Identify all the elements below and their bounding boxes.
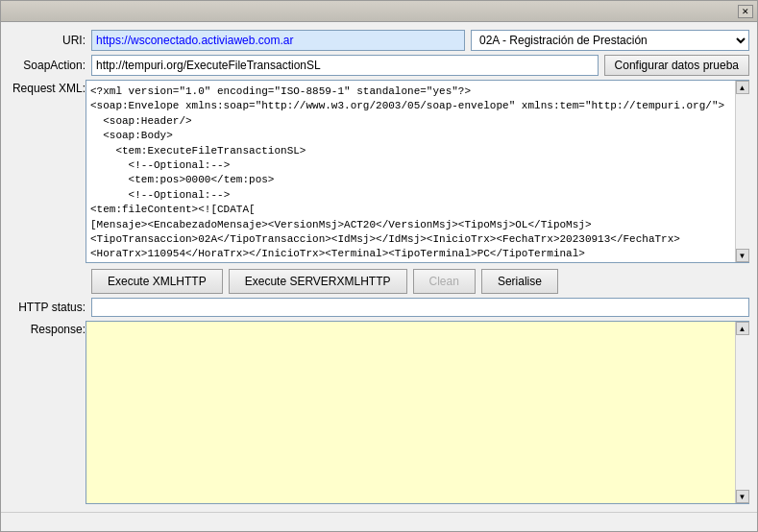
title-bar: ✕ [1, 1, 757, 22]
execute-xmlhttp-button[interactable]: Execute XMLHTTP [91, 269, 223, 294]
response-scrollbar: ▲ ▼ [735, 322, 748, 503]
response-scroll-down-arrow[interactable]: ▼ [736, 490, 749, 503]
close-icon: ✕ [742, 7, 749, 16]
uri-input[interactable] [91, 30, 465, 51]
xml-textarea[interactable] [86, 81, 748, 262]
http-status-row: HTTP status: [9, 298, 749, 317]
response-scroll-up-arrow[interactable]: ▲ [736, 322, 749, 335]
soapaction-row: SoapAction: Configurar datos prueba [9, 55, 749, 76]
scroll-down-arrow[interactable]: ▼ [736, 249, 749, 262]
uri-label: URI: [9, 34, 86, 47]
action-buttons-row: Execute XMLHTTP Execute SERVERXMLHTTP Cl… [9, 269, 749, 294]
http-status-input[interactable] [91, 298, 749, 317]
xml-scrollbar: ▲ ▼ [735, 81, 748, 262]
main-window: ✕ URI: 02A - Registración de Prestación … [0, 0, 758, 532]
response-wrapper: ▲ ▼ [86, 321, 749, 504]
service-dropdown[interactable]: 02A - Registración de Prestación [471, 30, 749, 51]
soapaction-input[interactable] [91, 55, 599, 76]
xml-wrapper: ▲ ▼ [86, 80, 749, 263]
scroll-up-arrow[interactable]: ▲ [736, 81, 749, 94]
main-content: URI: 02A - Registración de Prestación So… [1, 22, 757, 512]
soapaction-label: SoapAction: [9, 59, 86, 72]
clean-button[interactable]: Clean [413, 269, 476, 294]
serialise-button[interactable]: Serialise [481, 269, 558, 294]
xml-scroll-track [736, 94, 749, 249]
response-scroll-track [736, 335, 749, 490]
uri-row: URI: 02A - Registración de Prestación [9, 30, 749, 51]
close-button[interactable]: ✕ [738, 5, 753, 18]
request-xml-label: Request XML: [9, 80, 86, 263]
response-label: Response: [9, 321, 86, 504]
execute-server-xmlhttp-button[interactable]: Execute SERVERXMLHTTP [229, 269, 407, 294]
response-container: Response: ▲ ▼ [9, 321, 749, 504]
http-status-label: HTTP status: [9, 301, 86, 314]
response-textarea[interactable] [86, 322, 748, 503]
bottom-bar [1, 512, 757, 531]
configure-button[interactable]: Configurar datos prueba [604, 55, 749, 76]
request-xml-container: Request XML: ▲ ▼ [9, 80, 749, 263]
